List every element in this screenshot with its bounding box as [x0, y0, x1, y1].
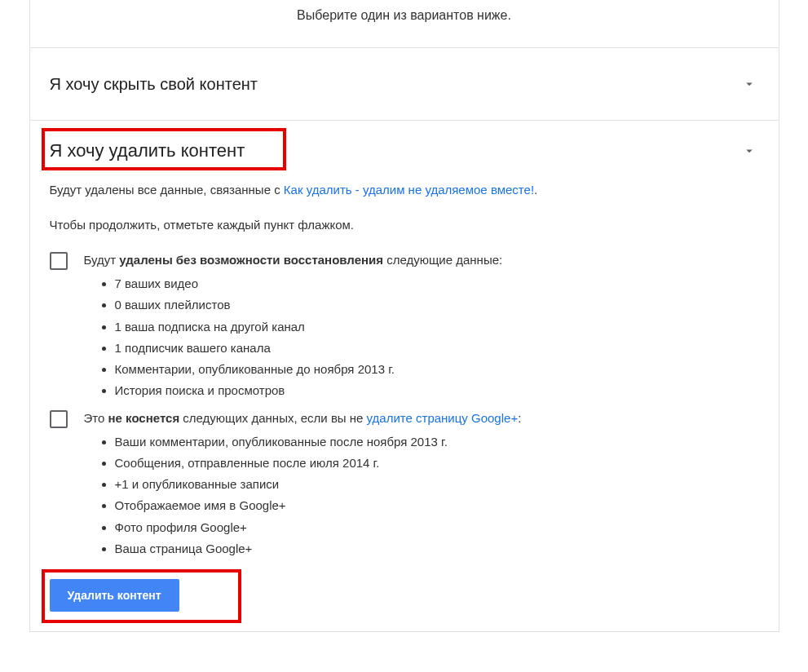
list-item: 7 ваших видео: [115, 273, 759, 294]
group1-lead-prefix: Будут: [84, 253, 120, 267]
list-item: История поиска и просмотров: [115, 380, 759, 401]
group1-lead-suffix: следующие данные:: [383, 253, 502, 267]
confirm-delete-content: Будут удалены без возможности восстановл…: [84, 250, 759, 402]
section-delete-title: Я хочу удалить контент: [50, 140, 245, 161]
list-item: +1 и опубликованные записи: [115, 474, 759, 495]
channel-link[interactable]: Как удалить - удалим не удаляемое вместе…: [284, 183, 534, 197]
list-item: 0 ваших плейлистов: [115, 294, 759, 316]
desc-suffix: .: [534, 183, 537, 197]
group2-list: Ваши комментарии, опубликованные после н…: [84, 431, 759, 560]
list-item: Ваша страница Google+: [115, 538, 759, 559]
section-hide-content: Я хочу скрыть свой контент: [30, 48, 779, 121]
page-prompt: Выберите один из вариантов ниже.: [30, 0, 779, 48]
list-item: 1 ваша подписка на другой канал: [115, 316, 759, 338]
delete-content-button[interactable]: Удалить контент: [50, 579, 179, 612]
list-item: Фото профиля Google+: [115, 517, 759, 538]
confirm-keep-content: Это не коснется следующих данных, если в…: [84, 409, 759, 560]
list-item: Отображаемое имя в Google+: [115, 495, 759, 516]
section-delete-body: Будут удалены все данные, связанные с Ка…: [30, 181, 779, 631]
confirm-keep-row: Это не коснется следующих данных, если в…: [50, 409, 759, 560]
list-item: 1 подписчик вашего канала: [115, 338, 759, 359]
confirm-delete-row: Будут удалены без возможности восстановл…: [50, 250, 759, 402]
section-delete-header[interactable]: Я хочу удалить контент: [30, 121, 779, 181]
group2-lead-prefix: Это: [84, 411, 108, 425]
section-hide-title: Я хочу скрыть свой контент: [50, 75, 258, 94]
list-item: Ваши комментарии, опубликованные после н…: [115, 431, 759, 453]
google-plus-link[interactable]: удалите страницу Google+: [367, 411, 519, 425]
chevron-down-icon: [740, 141, 759, 161]
list-item: Комментарии, опубликованные до ноября 20…: [115, 359, 759, 380]
section-delete-content: Я хочу удалить контент Будут удалены все…: [30, 121, 779, 632]
section-hide-header[interactable]: Я хочу скрыть свой контент: [30, 48, 779, 120]
group2-lead-suffix: :: [518, 411, 521, 425]
delete-description: Будут удалены все данные, связанные с Ка…: [50, 181, 759, 200]
confirm-delete-checkbox[interactable]: [50, 252, 68, 270]
action-row: Удалить контент: [50, 579, 759, 612]
chevron-down-icon: [740, 74, 759, 94]
list-item: Сообщения, отправленные после июля 2014 …: [115, 453, 759, 474]
desc-prefix: Будут удалены все данные, связанные с: [50, 183, 284, 197]
page-container: Выберите один из вариантов ниже. Я хочу …: [29, 0, 779, 632]
group1-list: 7 ваших видео 0 ваших плейлистов 1 ваша …: [84, 273, 759, 402]
continue-instruction: Чтобы продолжить, отметьте каждый пункт …: [50, 216, 759, 235]
group2-lead-middle: следующих данных, если вы не: [179, 411, 366, 425]
group1-lead-bold: удалены без возможности восстановления: [119, 253, 383, 267]
confirm-keep-checkbox[interactable]: [50, 410, 68, 428]
group2-lead-bold: не коснется: [108, 411, 180, 425]
